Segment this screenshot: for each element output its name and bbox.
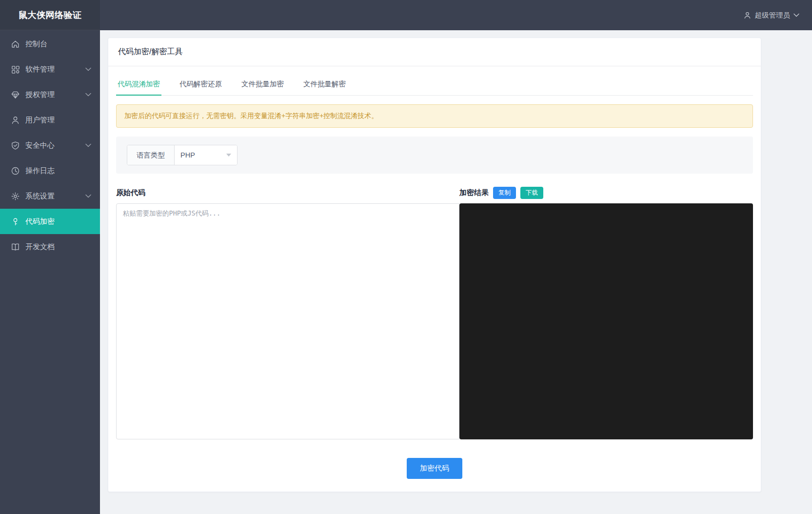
home-icon	[11, 40, 20, 49]
user-name: 超级管理员	[755, 11, 791, 20]
person-icon	[743, 11, 752, 20]
topbar: 超级管理员	[100, 0, 812, 30]
app-logo: 鼠大侠网络验证	[0, 0, 100, 30]
key-icon	[11, 217, 20, 226]
tab-decrypt-restore[interactable]: 代码解密还原	[178, 74, 223, 96]
sidebar-item-label: 安全中心	[25, 141, 55, 150]
tab-batch-encrypt[interactable]: 文件批量加密	[240, 74, 285, 96]
shield-icon	[11, 141, 20, 150]
sidebar-item-dashboard[interactable]: 控制台	[0, 31, 100, 57]
editor-columns: 原始代码 加密结果 复制 下载	[116, 186, 753, 441]
encrypt-button[interactable]: 加密代码	[407, 458, 462, 479]
submit-row: 加密代码	[116, 441, 753, 480]
language-group: 语言类型 PHP	[127, 145, 238, 165]
user-icon	[11, 116, 20, 125]
diamond-icon	[11, 90, 20, 99]
sidebar-item-logs[interactable]: 操作日志	[0, 158, 100, 183]
tab-obfuscate-encrypt[interactable]: 代码混淆加密	[116, 74, 161, 96]
select-caret-icon	[226, 154, 231, 157]
sidebar-menu: 控制台 软件管理 授权管理	[0, 30, 100, 259]
card-body: 代码混淆加密 代码解密还原 文件批量加密 文件批量解密 加密后的代码可直接运行，…	[108, 66, 761, 492]
app-root: 鼠大侠网络验证 控制台 软件管理	[0, 0, 812, 514]
chevron-down-icon	[85, 91, 91, 99]
result-column: 加密结果 复制 下载	[459, 186, 753, 441]
result-header: 加密结果 复制 下载	[459, 186, 753, 199]
chevron-down-icon	[793, 13, 799, 17]
language-label: 语言类型	[127, 145, 175, 165]
page-title: 代码加密/解密工具	[108, 38, 761, 66]
tab-bar: 代码混淆加密 代码解密还原 文件批量加密 文件批量解密	[116, 74, 753, 96]
tab-batch-decrypt[interactable]: 文件批量解密	[302, 74, 347, 96]
sidebar-item-label: 软件管理	[25, 65, 55, 74]
sidebar-item-label: 开发文档	[25, 242, 55, 252]
language-value: PHP	[180, 151, 195, 159]
sidebar-item-label: 系统设置	[25, 192, 55, 201]
sidebar-item-label: 控制台	[25, 40, 47, 49]
book-icon	[11, 242, 20, 252]
options-panel: 语言类型 PHP	[116, 137, 753, 174]
result-title: 加密结果	[459, 188, 489, 198]
sidebar-item-security[interactable]: 安全中心	[0, 133, 100, 158]
main-area: 超级管理员 代码加密/解密工具 代码混淆加密 代码解密还原 文件批量加密 文件批…	[100, 0, 812, 514]
sidebar-item-label: 代码加密	[25, 217, 55, 226]
sidebar-item-docs[interactable]: 开发文档	[0, 234, 100, 259]
sidebar-item-license[interactable]: 授权管理	[0, 82, 100, 107]
language-select[interactable]: PHP	[175, 145, 237, 165]
source-code-input[interactable]	[116, 203, 459, 439]
source-title: 原始代码	[116, 188, 145, 198]
source-column: 原始代码	[116, 186, 459, 441]
sidebar-item-label: 操作日志	[25, 166, 55, 176]
sidebar-item-label: 用户管理	[25, 116, 55, 125]
chevron-down-icon	[85, 65, 91, 74]
download-button[interactable]: 下载	[520, 187, 543, 199]
copy-button[interactable]: 复制	[493, 187, 516, 199]
sidebar: 鼠大侠网络验证 控制台 软件管理	[0, 0, 100, 514]
clock-icon	[11, 166, 20, 176]
sidebar-item-software[interactable]: 软件管理	[0, 57, 100, 82]
sidebar-item-settings[interactable]: 系统设置	[0, 183, 100, 209]
user-menu[interactable]: 超级管理员	[743, 11, 800, 20]
chevron-down-icon	[85, 141, 91, 150]
encrypted-result-output[interactable]	[459, 203, 753, 439]
sidebar-item-code-encrypt[interactable]: 代码加密	[0, 209, 100, 234]
sidebar-item-users[interactable]: 用户管理	[0, 107, 100, 133]
info-alert: 加密后的代码可直接运行，无需密钥。采用变量混淆+字符串加密+控制流混淆技术。	[116, 104, 753, 128]
chevron-down-icon	[85, 192, 91, 200]
gear-icon	[11, 192, 20, 201]
tool-card: 代码加密/解密工具 代码混淆加密 代码解密还原 文件批量加密 文件批量解密 加密…	[108, 38, 761, 492]
content: 代码加密/解密工具 代码混淆加密 代码解密还原 文件批量加密 文件批量解密 加密…	[100, 30, 812, 492]
sidebar-item-label: 授权管理	[25, 90, 55, 99]
source-header: 原始代码	[116, 186, 459, 199]
apps-icon	[11, 65, 20, 74]
